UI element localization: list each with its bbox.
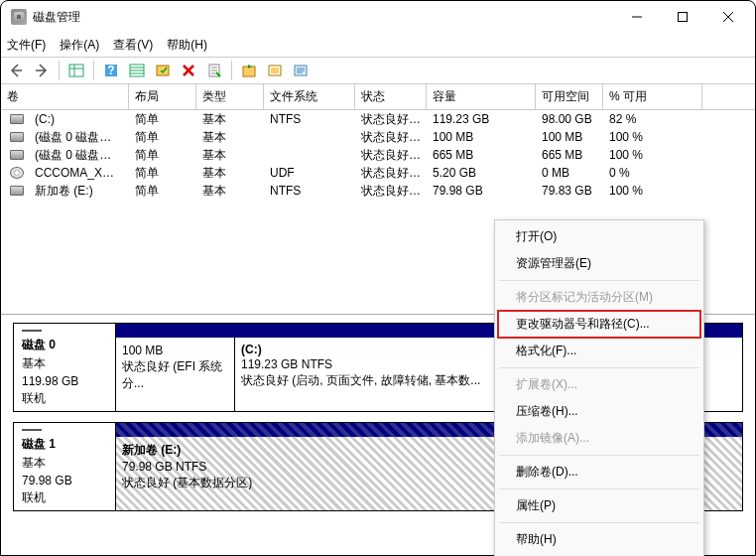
- volume-row[interactable]: (磁盘 0 磁盘分区 1)简单基本状态良好 (...100 MB100 MB10…: [1, 128, 755, 146]
- volume-capacity: 5.20 GB: [427, 166, 536, 180]
- ctx-explorer[interactable]: 资源管理器(E): [498, 250, 700, 277]
- refresh-icon[interactable]: [238, 60, 260, 81]
- volume-name: (磁盘 0 磁盘分区 1): [29, 129, 123, 146]
- volume-row[interactable]: (C:)简单基本NTFS状态良好 (...119.23 GB98.00 GB82…: [1, 110, 755, 128]
- ctx-shrink[interactable]: 压缩卷(H)...: [498, 398, 700, 425]
- disk-1-type: 基本: [22, 455, 107, 472]
- volume-layout: 简单: [129, 111, 196, 128]
- col-capacity[interactable]: 容量: [427, 84, 536, 109]
- disk-icon: [22, 429, 42, 431]
- volume-icon: [9, 167, 25, 179]
- volume-free: 100 MB: [536, 130, 603, 144]
- volume-type: 基本: [196, 111, 264, 128]
- volume-capacity: 100 MB: [427, 130, 536, 144]
- menu-action[interactable]: 操作(A): [60, 37, 99, 54]
- volume-capacity: 79.98 GB: [427, 184, 536, 198]
- menu-bar: 文件(F) 操作(A) 查看(V) 帮助(H): [1, 33, 755, 57]
- ctx-change-letter[interactable]: 更改驱动器号和路径(C)...: [498, 311, 700, 338]
- list-icon[interactable]: [126, 60, 148, 81]
- menu-view[interactable]: 查看(V): [113, 37, 153, 54]
- disk-0-label: 磁盘 0: [22, 337, 107, 353]
- volume-icon: [9, 149, 25, 161]
- volume-pct: 100 %: [603, 148, 702, 162]
- svg-text:?: ?: [107, 64, 114, 77]
- volume-status: 状态良好 (...: [355, 165, 427, 182]
- menu-separator: [499, 522, 699, 523]
- volume-name: (磁盘 0 磁盘分区 4): [29, 147, 123, 164]
- rescan-icon[interactable]: [264, 60, 286, 81]
- volume-row[interactable]: CCCOMA_X64FR...简单基本UDF状态良好 (...5.20 GB0 …: [1, 164, 755, 182]
- volume-status: 状态良好 (...: [355, 183, 427, 200]
- volume-fs: NTFS: [264, 112, 355, 126]
- menu-separator: [499, 488, 699, 489]
- disk-0-partition-1[interactable]: 100 MB 状态良好 (EFI 系统分...: [116, 338, 235, 411]
- volume-layout: 简单: [129, 147, 196, 164]
- volume-name: 新加卷 (E:): [29, 183, 99, 200]
- svg-rect-9: [271, 68, 279, 73]
- col-layout[interactable]: 布局: [129, 84, 196, 109]
- volume-free: 79.83 GB: [536, 184, 603, 198]
- properties-icon[interactable]: [203, 60, 225, 81]
- ctx-mirror: 添加镜像(A)...: [498, 425, 700, 452]
- menu-help[interactable]: 帮助(H): [167, 37, 207, 54]
- col-free[interactable]: 可用空间: [536, 84, 603, 109]
- disk-1-size: 79.98 GB: [22, 474, 107, 487]
- ctx-open[interactable]: 打开(O): [498, 223, 700, 250]
- volume-icon: [9, 185, 25, 197]
- partition-size: 100 MB: [122, 344, 228, 357]
- svg-rect-1: [69, 65, 83, 76]
- volume-pct: 0 %: [603, 166, 702, 180]
- ctx-mark-active: 将分区标记为活动分区(M): [498, 284, 700, 311]
- disk-0-size: 119.98 GB: [22, 374, 107, 388]
- ctx-props[interactable]: 属性(P): [498, 492, 700, 519]
- volume-type: 基本: [196, 129, 264, 146]
- action-icon[interactable]: [152, 60, 174, 81]
- volume-row[interactable]: 新加卷 (E:)简单基本NTFS状态良好 (...79.98 GB79.83 G…: [1, 182, 755, 200]
- disk-1-label: 磁盘 1: [22, 436, 107, 453]
- volume-free: 0 MB: [536, 166, 603, 180]
- disk-icon: [22, 330, 42, 332]
- help-icon[interactable]: ?: [100, 60, 122, 81]
- col-volume[interactable]: 卷: [1, 84, 129, 109]
- disk-0-info[interactable]: 磁盘 0 基本 119.98 GB 联机: [13, 323, 116, 412]
- volume-free: 98.00 GB: [536, 112, 603, 126]
- delete-icon[interactable]: [178, 60, 199, 81]
- volume-free: 665 MB: [536, 148, 603, 162]
- col-fs[interactable]: 文件系统: [264, 84, 355, 109]
- forward-button[interactable]: [31, 60, 53, 81]
- volume-capacity: 665 MB: [427, 148, 536, 162]
- list-header: 卷 布局 类型 文件系统 状态 容量 可用空间 % 可用: [1, 84, 755, 110]
- view-icon[interactable]: [65, 60, 87, 81]
- col-type[interactable]: 类型: [196, 84, 264, 109]
- volume-status: 状态良好 (...: [355, 129, 427, 146]
- close-button[interactable]: [705, 1, 751, 33]
- svg-rect-5: [157, 66, 169, 75]
- ctx-format[interactable]: 格式化(F)...: [498, 338, 700, 364]
- toolbar: ?: [1, 57, 755, 84]
- ctx-delete[interactable]: 删除卷(D)...: [498, 459, 700, 486]
- volume-layout: 简单: [129, 165, 196, 182]
- volume-type: 基本: [196, 165, 264, 182]
- disk-0-type: 基本: [22, 355, 107, 372]
- volume-pct: 82 %: [603, 112, 702, 126]
- volume-icon: [9, 113, 25, 125]
- menu-file[interactable]: 文件(F): [7, 37, 46, 54]
- disk-1-status: 联机: [22, 489, 107, 506]
- minimize-button[interactable]: [614, 1, 660, 33]
- volume-fs: NTFS: [264, 184, 355, 198]
- volume-type: 基本: [196, 183, 264, 200]
- volume-row[interactable]: (磁盘 0 磁盘分区 4)简单基本状态良好 (...665 MB665 MB10…: [1, 146, 755, 164]
- volume-layout: 简单: [129, 129, 196, 146]
- ctx-help[interactable]: 帮助(H): [498, 526, 700, 553]
- volume-status: 状态良好 (...: [355, 147, 427, 164]
- svg-rect-0: [679, 13, 688, 22]
- disk-1-info[interactable]: 磁盘 1 基本 79.98 GB 联机: [13, 422, 116, 511]
- title-bar: 磁盘管理: [1, 1, 755, 33]
- settings-icon[interactable]: [290, 60, 312, 81]
- back-button[interactable]: [5, 60, 27, 81]
- col-status[interactable]: 状态: [355, 84, 427, 109]
- maximize-button[interactable]: [660, 1, 705, 33]
- volume-type: 基本: [196, 147, 264, 164]
- app-icon: [11, 9, 27, 25]
- col-pct[interactable]: % 可用: [603, 84, 702, 109]
